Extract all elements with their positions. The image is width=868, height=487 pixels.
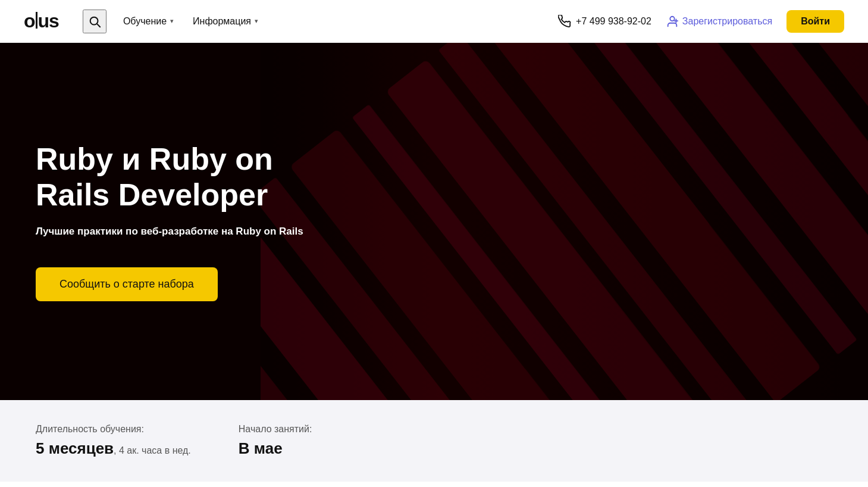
search-button[interactable] (83, 10, 106, 33)
svg-line-1 (97, 24, 100, 27)
info-duration-label: Длительность обучения: (36, 424, 191, 435)
info-start: Начало занятий: В мае (239, 424, 312, 458)
phone-icon (558, 15, 571, 28)
login-button[interactable]: Войти (786, 10, 844, 33)
logo-text: us (38, 10, 59, 32)
user-plus-icon (666, 15, 679, 28)
info-duration-bold: 5 месяцев (36, 439, 114, 457)
info-duration-regular: , 4 ак. часа в нед. (114, 445, 191, 455)
header-right: +7 499 938-92-02 Зарегистрироваться Войт… (558, 10, 844, 33)
hero-section: Ruby и Ruby on Rails Developer Лучшие пр… (0, 43, 868, 400)
logo-o: o (24, 10, 35, 32)
header: o us Обучение ▾ Информация ▾ +7 499 938-… (0, 0, 868, 43)
register-button[interactable]: Зарегистрироваться (666, 15, 772, 28)
info-start-bold: В мае (239, 439, 283, 457)
main-nav: Обучение ▾ Информация ▾ (116, 11, 558, 32)
register-label: Зарегистрироваться (682, 16, 772, 27)
logo[interactable]: o us (24, 10, 59, 32)
nav-label-info: Информация (193, 16, 251, 27)
phone-block: +7 499 938-92-02 (558, 15, 651, 28)
info-section: Длительность обучения: 5 месяцев, 4 ак. … (0, 400, 868, 482)
hero-cta-button[interactable]: Сообщить о старте набора (36, 267, 218, 301)
info-start-label: Начало занятий: (239, 424, 312, 435)
nav-item-learning[interactable]: Обучение ▾ (116, 11, 181, 32)
hero-subtitle: Лучшие практики по веб-разработке на Rub… (36, 224, 351, 239)
info-duration-value: 5 месяцев, 4 ак. часа в нед. (36, 439, 191, 458)
logo-cursor (36, 12, 37, 29)
nav-label-learning: Обучение (123, 16, 167, 27)
info-start-value: В мае (239, 439, 312, 458)
info-duration: Длительность обучения: 5 месяцев, 4 ак. … (36, 424, 191, 458)
chevron-down-icon: ▾ (255, 17, 258, 25)
hero-content: Ruby и Ruby on Rails Developer Лучшие пр… (0, 142, 387, 301)
phone-number: +7 499 938-92-02 (576, 16, 651, 27)
nav-item-info[interactable]: Информация ▾ (186, 11, 265, 32)
search-icon (88, 15, 101, 28)
chevron-down-icon: ▾ (170, 17, 174, 25)
svg-point-2 (670, 16, 674, 20)
hero-title: Ruby и Ruby on Rails Developer (36, 142, 351, 213)
